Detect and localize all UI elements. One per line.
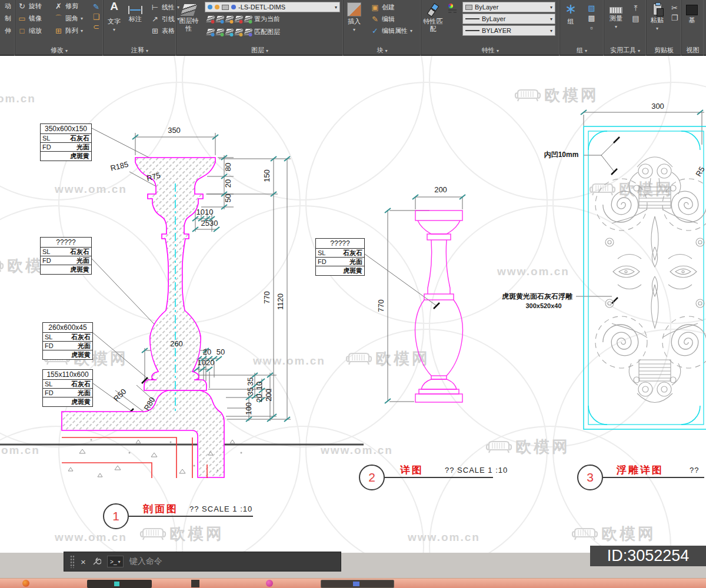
callout-scale-note: ?? SCALE 1 :10: [445, 466, 508, 475]
taskbar-app-tile-active[interactable]: [321, 580, 394, 588]
ribbon-cut-column: 动 制 伸: [0, 0, 15, 56]
copy-button-partial[interactable]: 制: [5, 14, 11, 23]
pen-icon[interactable]: ✎: [92, 2, 101, 11]
layer-dropdown[interactable]: -LS-DETL-DIMS ▾: [205, 2, 340, 12]
properties-panel-label[interactable]: 特性 ▾: [421, 46, 560, 55]
material-box-row: SL石灰石: [41, 134, 91, 143]
material-box-header: 155x110x600: [43, 370, 92, 380]
ungroup-icon[interactable]: ▧: [587, 4, 596, 12]
layers-icon: [181, 4, 197, 16]
color-wheel-icon[interactable]: [448, 4, 453, 8]
utilities-panel-label[interactable]: 实用工具 ▾: [604, 46, 646, 55]
ribbon-panel-clipboard: 粘贴▾ ✂ ❐ 剪贴板: [647, 0, 682, 56]
fillet-button[interactable]: ⌒圆角▾: [52, 12, 89, 25]
dimension-button[interactable]: 标注: [125, 0, 146, 23]
linear-button[interactable]: ⊢线性▾: [148, 1, 179, 13]
modify-panel-label[interactable]: 修改 ▾: [15, 46, 103, 55]
material-box-header: ?????: [316, 239, 364, 249]
linetype-icon[interactable]: [448, 12, 457, 13]
create-block-button[interactable]: ▣创建: [368, 1, 412, 13]
lineweight-dropdown[interactable]: ByLayer▾: [462, 14, 555, 24]
wrench-icon[interactable]: [92, 557, 101, 566]
taskbar-app-tile-1[interactable]: [87, 580, 152, 588]
rotate-button[interactable]: ↻旋转: [15, 0, 52, 12]
taskbar-app-icon-2[interactable]: [191, 580, 199, 587]
material-box-header: 260x600x45: [43, 323, 92, 333]
ribbon-panel-group: 组 ▧ ▩ ▫ 组 ▾: [560, 0, 604, 56]
edit-attributes-button[interactable]: ✓编辑属性▾: [368, 25, 412, 36]
taskbar-browser-icon[interactable]: [22, 580, 29, 587]
material-box-header: ?????: [41, 238, 91, 248]
match-layer-button[interactable]: 匹配图层: [205, 25, 340, 38]
taskbar-app-icon-3[interactable]: [266, 580, 273, 587]
set-current-button[interactable]: 置为当前: [205, 12, 340, 25]
close-icon[interactable]: ×: [81, 557, 86, 567]
material-box-row: SL石灰石: [316, 249, 364, 258]
group-icon: [564, 2, 578, 16]
text-button[interactable]: 文字▾: [104, 0, 125, 34]
linetype-dropdown[interactable]: BYLAYER▾: [462, 25, 555, 36]
group-panel-label[interactable]: 组 ▾: [560, 46, 604, 55]
callout-scale-note: ??: [690, 466, 699, 475]
command-input[interactable]: 键入命令: [129, 556, 162, 567]
leader-button[interactable]: ↗引线▾: [148, 13, 179, 25]
box-icon[interactable]: ❑: [92, 12, 101, 21]
scale-button[interactable]: □缩放: [15, 25, 52, 37]
brush-icon: [427, 3, 439, 17]
view-base-icon: [686, 5, 698, 15]
taskbar: [0, 578, 706, 588]
command-prompt-icon[interactable]: >_ ▾: [107, 556, 124, 567]
cut-icon[interactable]: ✂: [670, 4, 679, 12]
material-box-row: SL石灰石: [41, 248, 91, 256]
material-box: 350x600x150SL石灰石FD光面虎斑黄: [40, 123, 92, 161]
material-box-row: 虎斑黄: [41, 265, 91, 274]
ribbon-panel-annotate: 文字▾ 标注 ⊢线性▾ ↗引线▾ ⊞表格 注释 ▾: [104, 0, 176, 56]
ribbon-panel-view: 基 视图: [682, 0, 704, 56]
ribbon-panel-properties: 特性匹配 ByLayer▾ ByLayer▾ BYLAYER▾ 特性 ▾: [421, 0, 560, 56]
edit-block-button[interactable]: ✎编辑: [368, 13, 412, 25]
block-panel-label[interactable]: 块 ▾: [344, 46, 421, 55]
insert-icon: [347, 2, 361, 16]
sun-icon: [215, 5, 219, 9]
group-select-icon[interactable]: ▫: [587, 24, 596, 32]
paste-button[interactable]: 粘贴▾: [647, 0, 668, 32]
match-properties-button[interactable]: 特性匹配: [421, 0, 445, 33]
move-button-partial[interactable]: 动: [5, 2, 11, 11]
mirror-button[interactable]: ▭镜像: [15, 12, 52, 25]
color-dropdown[interactable]: ByLayer▾: [462, 2, 555, 12]
insert-button[interactable]: 插入▾: [344, 0, 365, 34]
group-edit-icon[interactable]: ▩: [587, 14, 596, 22]
layers-panel-label[interactable]: 图层 ▾: [176, 46, 343, 55]
callout-number: 2: [359, 465, 385, 490]
stretch-button-partial[interactable]: 伸: [5, 26, 11, 35]
annotate-panel-label[interactable]: 注释 ▾: [104, 46, 176, 55]
clipboard-icon: [653, 4, 662, 15]
command-grip[interactable]: [70, 555, 75, 568]
material-box-row: 虎斑黄: [43, 350, 92, 359]
calculator-icon[interactable]: ▤: [631, 14, 640, 23]
layer-properties-button[interactable]: 图层特性: [176, 0, 201, 32]
table-button[interactable]: ⊞表格: [148, 25, 179, 36]
callout-title: 剖面图: [143, 502, 178, 516]
measure-button[interactable]: 测量▾: [604, 0, 628, 31]
trim-button[interactable]: ✗修剪: [52, 0, 89, 12]
loop-icon[interactable]: ⊂: [92, 22, 101, 31]
copy-clip-icon[interactable]: ❐: [670, 14, 679, 22]
callout-number: 1: [103, 503, 129, 529]
array-icon: ⊞: [54, 26, 63, 35]
cursor-icon[interactable]: ⤒: [631, 4, 640, 13]
ruler-icon: [610, 7, 622, 14]
material-box-row: 虎斑黄: [41, 152, 91, 161]
watermark-id-badge: ID:3052254: [590, 546, 706, 566]
material-box-row: FD光面: [41, 143, 91, 152]
array-button[interactable]: ⊞阵列▾: [52, 25, 89, 37]
base-button[interactable]: 基: [682, 0, 702, 24]
command-bar[interactable]: × >_ ▾ 键入命令: [64, 552, 341, 572]
group-button[interactable]: 组: [560, 0, 581, 25]
clipboard-panel-label: 剪贴板: [647, 46, 681, 55]
callout-scale-note: ?? SCALE 1 :10: [189, 505, 252, 513]
ribbon-panel-block: 插入▾ ▣创建 ✎编辑 ✓编辑属性▾ 块 ▾: [344, 0, 421, 56]
dimension-icon: [128, 6, 142, 14]
material-box-row: FD光面: [316, 258, 364, 266]
lineweight-icon[interactable]: [448, 9, 457, 11]
